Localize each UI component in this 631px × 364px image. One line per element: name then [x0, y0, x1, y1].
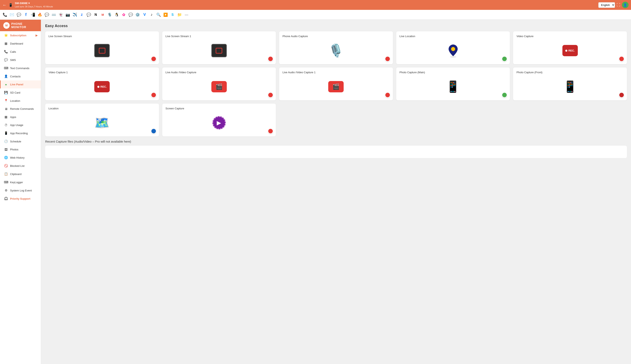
top-bar: ← 📱 SM-S908E ▾ Last sync 36 Days,7 Hours… — [0, 0, 631, 10]
card-title-phone-audio-capture: Phone Audio Capture — [282, 35, 390, 38]
sidebar-item-sd-card[interactable]: 💾 SD Card — [0, 88, 41, 97]
blocked-list-icon: 🚫 — [4, 164, 8, 168]
clipboard-icon: 📋 — [4, 172, 8, 176]
sms-icon: 💬 — [4, 58, 8, 62]
card-location[interactable]: Location 🗺️ — [45, 104, 159, 136]
calls-icon: 📞 — [4, 50, 8, 54]
card-title-live-screen-stream-1: Live Screen Stream 1 — [166, 35, 273, 38]
sidebar-item-subscription[interactable]: ⭐ Subscription ▶ — [0, 31, 41, 40]
sidebar-item-app-recording[interactable]: 📱 App Recording — [0, 129, 41, 137]
card-title-location: Location — [49, 107, 156, 110]
youtube-icon[interactable]: ▶️ — [163, 12, 168, 18]
sidebar-item-clipboard[interactable]: 📋 Clipboard — [0, 170, 41, 178]
card-phone-audio-capture[interactable]: Phone Audio Capture 🎙️ — [279, 32, 393, 64]
whatsapp-icon[interactable]: 💬 — [16, 12, 22, 18]
sidebar-item-web-history[interactable]: 🌐 Web History — [0, 154, 41, 162]
keyboard-icon[interactable]: ⌨️ — [51, 12, 57, 18]
schedule-icon: 🕐 — [4, 140, 8, 143]
qq-icon[interactable]: 🐧 — [114, 12, 120, 18]
sidebar-item-schedule[interactable]: 🕐 Schedule — [0, 137, 41, 146]
tinder-icon[interactable]: 🔥 — [37, 12, 43, 18]
zalo-icon[interactable]: Z — [79, 12, 85, 18]
card-title-live-screen-stream: Live Screen Stream — [49, 35, 156, 38]
recent-capture-table — [45, 146, 627, 158]
web-history-icon: 🌐 — [4, 156, 8, 160]
viber-icon[interactable]: 📲 — [30, 12, 36, 18]
card-live-screen-stream-1[interactable]: Live Screen Stream 1 — [162, 32, 276, 64]
sidebar-label-app-usage: App Usage — [10, 124, 23, 126]
language-select[interactable]: English — [598, 2, 615, 8]
sidebar-label-apps: Apps — [10, 116, 16, 118]
sidebar-item-system-log[interactable]: ⚙ System Log Event — [0, 186, 41, 194]
sd-card-icon: 💾 — [4, 91, 8, 94]
card-icon-live-screen-stream-1 — [166, 40, 273, 61]
card-icon-live-audio-video-capture: 🎬 — [166, 76, 273, 97]
email-icon[interactable]: ✉️ — [9, 12, 15, 18]
card-video-capture[interactable]: Video Capture REC. — [513, 32, 627, 64]
telegram-icon[interactable]: ✈️ — [72, 12, 78, 18]
notion-icon[interactable]: N — [93, 12, 99, 18]
card-photo-capture-main[interactable]: Photo Capture (Main) 📱 — [396, 68, 510, 100]
sidebar-item-sms[interactable]: 💬 SMS — [0, 56, 41, 64]
sidebar-label-contacts: Contacts — [10, 75, 21, 78]
svg-point-1 — [451, 47, 455, 51]
facebook-icon[interactable]: f — [23, 12, 29, 18]
app-recording-icon: 📱 — [4, 131, 8, 135]
sidebar-label-sms: SMS — [10, 58, 16, 62]
sidebar-item-contacts[interactable]: 👤 Contacts — [0, 72, 41, 80]
googlevoice-icon[interactable]: 🎙️ — [107, 12, 113, 18]
sidebar-item-calls[interactable]: 📞 Calls — [0, 48, 41, 56]
phone-icon[interactable]: 📞 — [2, 12, 8, 18]
vk-icon[interactable]: V — [142, 12, 147, 18]
sidebar-item-remote-commands[interactable]: 🖥 Remote Commands — [0, 105, 41, 113]
card-live-audio-video-capture-1[interactable]: Live Audio /Video Capture 1 🎬 — [279, 68, 393, 100]
card-live-audio-video-capture[interactable]: Live Audio /Video Capture 🎬 — [162, 68, 276, 100]
card-icon-screen-capture: ▶ — [166, 112, 273, 133]
avatar[interactable]: 👤 — [622, 2, 628, 8]
sidebar-label-priority-support: Priority Support — [10, 197, 31, 200]
location-icon: 📍 — [4, 99, 8, 102]
sidebar-item-app-usage[interactable]: ⏱ App Usage — [0, 121, 41, 129]
card-photo-capture-front[interactable]: Photo Capture (Front) 📱 — [513, 68, 627, 100]
imessage-icon[interactable]: 💬 — [86, 12, 92, 18]
sidebar-item-priority-support[interactable]: 🎧 Priority Support — [0, 194, 41, 203]
logo-text: PHONE MONITOR — [11, 22, 38, 29]
sidebar-item-photos[interactable]: 🖼 Photos — [0, 146, 41, 154]
text-commands-icon: ⌨ — [4, 66, 8, 70]
sidebar-item-apps[interactable]: ▦ Apps — [0, 113, 41, 121]
subscription-arrow-icon: ▶ — [36, 34, 38, 37]
flickr-icon[interactable]: ✿ — [121, 12, 127, 18]
sidebar-item-text-commands[interactable]: ⌨ Text Commands — [0, 64, 41, 72]
fullscreen-button[interactable]: ⛶ — [617, 3, 620, 7]
sidebar-label-photos: Photos — [10, 148, 18, 151]
sidebar-item-dashboard[interactable]: ▦ Dashboard — [0, 40, 41, 48]
tiktok-icon[interactable]: ♪ — [149, 12, 154, 18]
sidebar-label-app-recording: App Recording — [10, 132, 28, 135]
cards-row-1: Live Screen Stream Live Screen Stream 1 — [45, 32, 627, 64]
sidebar-item-keylogger[interactable]: ⌨ KeyLogger — [0, 178, 41, 186]
folder-icon[interactable]: 📁 — [177, 12, 182, 18]
card-video-capture-1[interactable]: Video Capture 1 REC. — [45, 68, 159, 100]
sidebar-item-live-panel[interactable]: ● Live Panel — [0, 80, 41, 88]
card-live-location[interactable]: Live Location — [396, 32, 510, 64]
instagram-icon[interactable]: 📷 — [65, 12, 71, 18]
sidebar-item-location[interactable]: 📍 Location — [0, 97, 41, 105]
subscription-icon: ⭐ — [4, 34, 8, 37]
snapchat-icon[interactable]: 👻 — [58, 12, 64, 18]
content-area: Easy Access Live Screen Stream Live Scre… — [41, 20, 631, 364]
wechat-icon[interactable]: 💬 — [44, 12, 50, 18]
card-screen-capture[interactable]: Screen Capture ▶ — [162, 104, 276, 136]
search-icon[interactable]: 🔍 — [156, 12, 161, 18]
card-live-screen-stream[interactable]: Live Screen Stream — [45, 32, 159, 64]
gmail-icon[interactable]: M — [100, 12, 106, 18]
messenger-icon[interactable]: 💬 — [128, 12, 134, 18]
back-button[interactable]: ← — [3, 3, 7, 8]
card-status-live-audio-video-capture — [268, 92, 273, 98]
skype-icon[interactable]: S — [170, 12, 175, 18]
photos-icon: 🖼 — [4, 148, 8, 151]
card-status-photo-capture-front — [619, 92, 624, 98]
discord-icon[interactable]: ⚙️ — [135, 12, 141, 18]
more-icon[interactable]: ⋯ — [184, 12, 189, 18]
sidebar-label-system-log: System Log Event — [10, 189, 32, 192]
sidebar-item-blocked-list[interactable]: 🚫 Blocked List — [0, 162, 41, 170]
